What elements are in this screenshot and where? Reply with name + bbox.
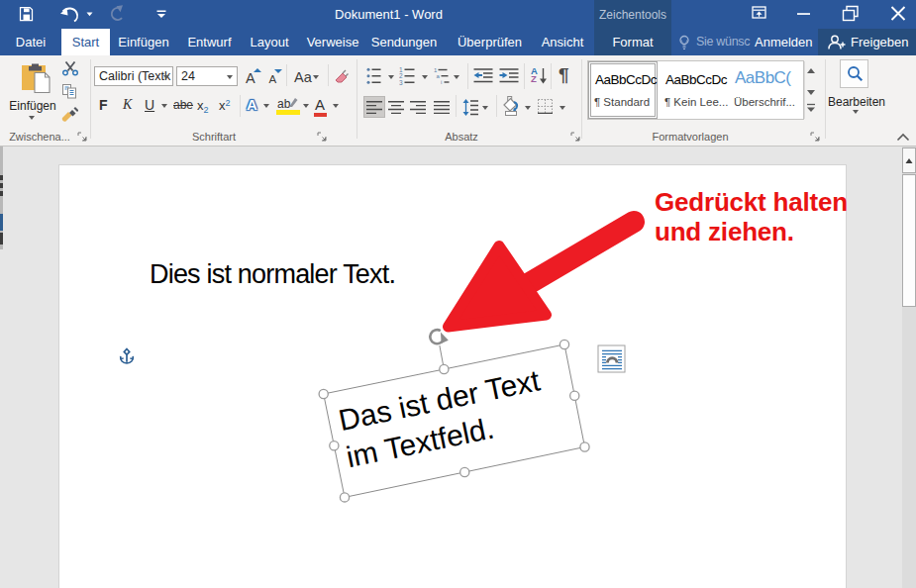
svg-text:3: 3: [399, 79, 403, 85]
svg-text:i: i: [441, 79, 442, 85]
svg-text:a: a: [436, 73, 440, 79]
